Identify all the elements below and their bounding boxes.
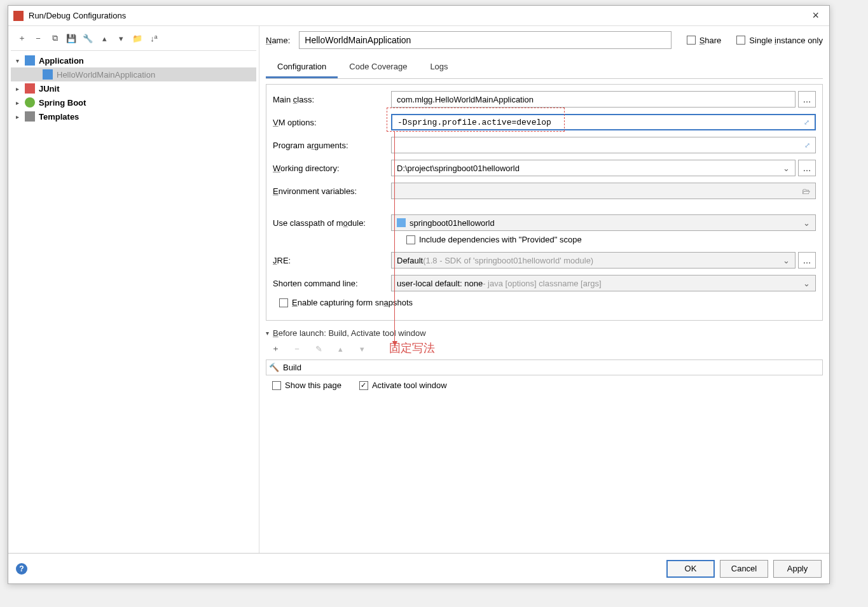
wrench-icon <box>25 111 35 122</box>
main-class-input[interactable]: com.mlgg.HelloWorldMainApplication <box>391 91 796 108</box>
tree-item-springboot[interactable]: ▸ Spring Boot <box>11 95 256 109</box>
ok-button[interactable]: OK <box>666 560 715 578</box>
close-icon[interactable]: × <box>807 9 824 22</box>
copy-icon[interactable]: ⧉ <box>48 31 62 45</box>
bl-down-icon[interactable]: ▾ <box>355 342 369 356</box>
bl-remove-icon[interactable]: − <box>290 342 304 356</box>
tree-item-junit[interactable]: ▸ JUnit <box>11 81 256 95</box>
config-tree: ▾ Application HelloWorldMainApplication … <box>11 51 256 126</box>
up-icon[interactable]: ▴ <box>97 31 111 45</box>
classpath-select[interactable]: springboot01helloworld⌄ <box>391 214 816 231</box>
bl-edit-icon[interactable]: ✎ <box>312 342 326 356</box>
program-args-input[interactable]: ⤢ <box>391 137 816 153</box>
classpath-label: Use classpath of module: <box>273 218 391 228</box>
vm-options-label: VM options: <box>273 118 391 127</box>
working-dir-label: Working directory: <box>273 164 391 173</box>
module-icon <box>397 218 406 227</box>
tab-logs[interactable]: Logs <box>418 57 459 78</box>
share-checkbox[interactable]: Share <box>687 36 722 45</box>
expand-icon[interactable]: ⤢ <box>804 118 809 127</box>
before-launch-header[interactable]: ▾ Before launch: Build, Activate tool wi… <box>266 328 823 338</box>
chevron-down-icon: ▾ <box>16 57 25 64</box>
dialog-footer: ? OK Cancel Apply <box>8 553 829 583</box>
program-args-label: Program arguments: <box>273 141 391 150</box>
dialog-title: Run/Debug Configurations <box>29 11 807 20</box>
wrench-icon[interactable]: 🔧 <box>81 31 95 45</box>
tree-item-templates[interactable]: ▸ Templates <box>11 109 256 123</box>
sort-icon[interactable]: ↓ª <box>147 31 161 45</box>
bl-up-icon[interactable]: ▴ <box>333 342 347 356</box>
expand-icon[interactable]: ⤢ <box>804 141 810 150</box>
single-instance-checkbox[interactable]: Single instance only <box>736 36 823 45</box>
before-launch-list: 🔨 Build <box>266 359 823 375</box>
titlebar: Run/Debug Configurations × <box>8 6 829 26</box>
working-dir-input[interactable]: D:\project\springboot01helloworld⌄ <box>391 160 796 176</box>
cancel-button[interactable]: Cancel <box>720 560 768 578</box>
chevron-right-icon: ▸ <box>16 113 25 120</box>
add-icon[interactable]: ＋ <box>15 31 29 45</box>
remove-icon[interactable]: − <box>31 31 45 45</box>
shorten-label: Shorten command line: <box>273 279 391 288</box>
env-vars-input[interactable]: 🗁 <box>391 183 816 199</box>
jre-select[interactable]: Default (1.8 - SDK of 'springboot01hello… <box>391 252 796 269</box>
folder-icon[interactable]: 🗁 <box>802 186 810 196</box>
chevron-down-icon: ▾ <box>266 330 269 337</box>
chevron-down-icon: ⌄ <box>783 256 790 265</box>
show-page-checkbox[interactable]: Show this page <box>272 380 341 390</box>
working-dir-browse-button[interactable]: … <box>798 160 816 176</box>
chevron-right-icon: ▸ <box>16 99 25 106</box>
tabs: Configuration Code Coverage Logs <box>266 57 823 79</box>
chevron-down-icon[interactable]: ⌄ <box>783 164 790 173</box>
name-label: Name: <box>266 36 290 45</box>
list-item[interactable]: 🔨 Build <box>269 363 820 372</box>
down-icon[interactable]: ▾ <box>114 31 128 45</box>
env-vars-label: Environment variables: <box>273 186 391 196</box>
apply-button[interactable]: Apply <box>773 560 822 578</box>
spring-icon <box>25 97 35 108</box>
folder-icon[interactable]: 📁 <box>130 31 144 45</box>
vm-options-input[interactable]: -Dspring.profile.active=develop⤢ <box>391 114 816 130</box>
tab-configuration[interactable]: Configuration <box>266 57 338 78</box>
name-input[interactable] <box>299 31 671 49</box>
before-launch-section: ▾ Before launch: Build, Activate tool wi… <box>266 328 823 390</box>
include-provided-checkbox[interactable]: Include dependencies with "Provided" sco… <box>406 235 816 244</box>
annotation-text: 固定写法 <box>389 340 435 356</box>
junit-icon <box>25 83 35 94</box>
jre-label: JRE: <box>273 256 391 265</box>
tree-item-helloworld[interactable]: HelloWorldMainApplication <box>11 67 256 81</box>
jre-browse-button[interactable]: … <box>798 252 816 269</box>
activate-window-checkbox[interactable]: Activate tool window <box>359 380 447 390</box>
save-icon[interactable]: 💾 <box>64 31 78 45</box>
chevron-down-icon: ⌄ <box>803 279 810 288</box>
annotation-arrow <box>394 132 395 342</box>
application-icon <box>43 69 53 80</box>
application-icon <box>25 55 35 66</box>
dialog-window: Run/Debug Configurations × ＋ − ⧉ 💾 🔧 ▴ ▾… <box>8 5 830 584</box>
chevron-down-icon: ⌄ <box>803 218 810 228</box>
tree-item-application[interactable]: ▾ Application <box>11 53 256 67</box>
main-class-browse-button[interactable]: … <box>798 91 816 108</box>
build-icon: 🔨 <box>269 363 279 372</box>
bl-add-icon[interactable]: ＋ <box>268 342 282 356</box>
left-toolbar: ＋ − ⧉ 💾 🔧 ▴ ▾ 📁 ↓ª <box>11 31 256 51</box>
enable-snapshots-checkbox[interactable]: Enable capturing form snapshots <box>279 298 413 307</box>
help-icon[interactable]: ? <box>16 563 27 575</box>
left-panel: ＋ − ⧉ 💾 🔧 ▴ ▾ 📁 ↓ª ▾ Application <box>8 26 259 553</box>
chevron-right-icon: ▸ <box>16 85 25 92</box>
intellij-icon <box>13 11 24 21</box>
config-form: Main class: com.mlgg.HelloWorldMainAppli… <box>266 84 823 321</box>
main-class-label: Main class: <box>273 95 391 104</box>
shorten-select[interactable]: user-local default: none - java [options… <box>391 275 816 291</box>
right-panel: Name: Share Single instance only Configu… <box>259 26 829 553</box>
tab-code-coverage[interactable]: Code Coverage <box>338 57 418 78</box>
